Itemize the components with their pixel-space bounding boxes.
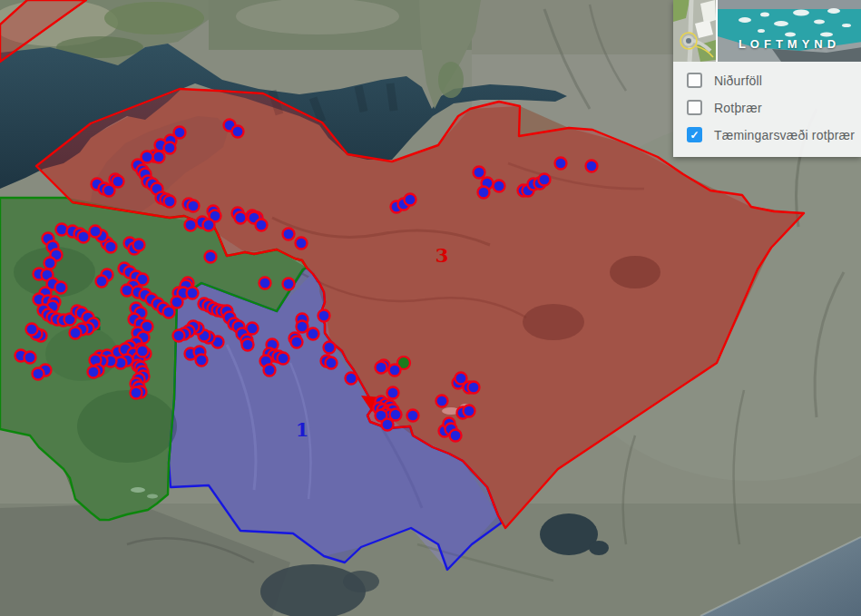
district-3-offscreen-corner[interactable] <box>0 0 86 62</box>
map-marker[interactable] <box>478 187 490 199</box>
layer-checkbox-panel: NiðurföllRotþrær✓Tæmingarsvæði rotþrær <box>673 62 861 157</box>
map-marker[interactable] <box>56 224 68 236</box>
map-marker[interactable] <box>278 353 289 365</box>
map-marker[interactable] <box>297 321 308 333</box>
basemap-current-loftmynd[interactable]: LOFTMYND <box>718 0 861 62</box>
layer-toggle-2[interactable]: ✓Tæmingarsvæði rotþrær <box>687 127 852 142</box>
layer-label: Rotþrær <box>714 101 762 115</box>
aerial-basemap-preview <box>718 0 861 62</box>
map-marker[interactable] <box>122 285 133 297</box>
map-marker[interactable] <box>171 297 183 308</box>
map-marker[interactable] <box>88 367 100 378</box>
map-marker[interactable] <box>90 226 102 238</box>
map-marker[interactable] <box>308 328 319 340</box>
layer-toggle-0[interactable]: Niðurföll <box>687 73 852 88</box>
basemap-label: LOFTMYND <box>739 37 840 51</box>
map-marker[interactable] <box>555 158 567 170</box>
map-marker[interactable] <box>187 288 199 299</box>
layers-widget: LOFTMYND NiðurföllRotþrær✓Tæmingarsvæði … <box>673 0 861 157</box>
map-marker[interactable] <box>390 409 402 421</box>
basemap-toggle-thumbnail[interactable] <box>673 0 716 62</box>
checkbox-checked-icon[interactable]: ✓ <box>687 127 702 142</box>
map-canvas[interactable]: 123 <box>0 0 861 616</box>
map-marker[interactable] <box>326 357 338 369</box>
map-marker[interactable] <box>113 176 124 188</box>
map-marker[interactable] <box>133 240 145 251</box>
map-marker[interactable] <box>436 396 448 407</box>
map-marker[interactable] <box>468 382 480 394</box>
map-marker[interactable] <box>474 167 485 179</box>
map-marker[interactable] <box>259 278 271 289</box>
map-marker[interactable] <box>196 355 208 367</box>
region-label-1: 1 <box>296 418 309 441</box>
map-marker[interactable] <box>24 352 36 364</box>
map-marker[interactable] <box>382 419 394 431</box>
map-marker[interactable] <box>105 241 117 253</box>
map-marker[interactable] <box>256 220 268 231</box>
map-marker[interactable] <box>164 196 176 208</box>
map-marker[interactable] <box>407 410 419 422</box>
map-marker[interactable] <box>203 220 215 231</box>
map-marker[interactable] <box>173 330 185 342</box>
map-marker[interactable] <box>296 238 308 249</box>
map-marker[interactable] <box>539 174 551 186</box>
map-marker[interactable] <box>185 220 197 231</box>
map-marker[interactable] <box>164 142 176 154</box>
map-marker[interactable] <box>44 258 56 269</box>
map-marker[interactable] <box>232 126 244 138</box>
street-basemap-preview <box>673 0 716 62</box>
map-marker[interactable] <box>137 346 149 357</box>
map-marker[interactable] <box>346 373 357 385</box>
map-marker[interactable] <box>153 152 165 163</box>
map-marker[interactable] <box>131 387 142 399</box>
map-marker[interactable] <box>205 251 217 263</box>
basemap-switcher: LOFTMYND <box>673 0 861 62</box>
map-marker[interactable] <box>376 362 387 374</box>
map-marker[interactable] <box>586 161 598 172</box>
map-marker[interactable] <box>464 406 475 417</box>
map-marker[interactable] <box>405 194 416 206</box>
map-marker[interactable] <box>70 328 82 339</box>
map-marker[interactable] <box>242 339 254 351</box>
map-marker[interactable] <box>494 181 505 192</box>
map-marker[interactable] <box>291 337 303 348</box>
map-marker[interactable] <box>264 365 276 376</box>
layer-label: Niðurföll <box>714 73 762 88</box>
region-label-3: 3 <box>435 244 449 267</box>
map-marker[interactable] <box>387 387 399 399</box>
map-marker[interactable] <box>389 365 401 376</box>
map-marker[interactable] <box>318 310 330 322</box>
map-marker[interactable] <box>78 231 90 243</box>
map-marker[interactable] <box>235 212 247 224</box>
map-marker[interactable] <box>283 279 295 290</box>
map-marker[interactable] <box>283 229 295 240</box>
map-marker[interactable] <box>188 200 200 212</box>
checkbox-unchecked-icon[interactable] <box>687 100 702 115</box>
map-marker[interactable] <box>163 307 175 318</box>
map-marker[interactable] <box>450 430 462 442</box>
map-marker[interactable] <box>324 342 336 354</box>
layer-label: Tæmingarsvæði rotþrær <box>714 128 855 142</box>
layer-toggle-1[interactable]: Rotþrær <box>687 100 852 115</box>
map-marker[interactable] <box>103 185 115 197</box>
map-marker[interactable] <box>26 324 38 336</box>
map-marker[interactable] <box>96 276 108 288</box>
checkbox-unchecked-icon[interactable] <box>687 73 702 88</box>
map-marker[interactable] <box>55 282 67 294</box>
map-marker[interactable] <box>33 368 44 380</box>
